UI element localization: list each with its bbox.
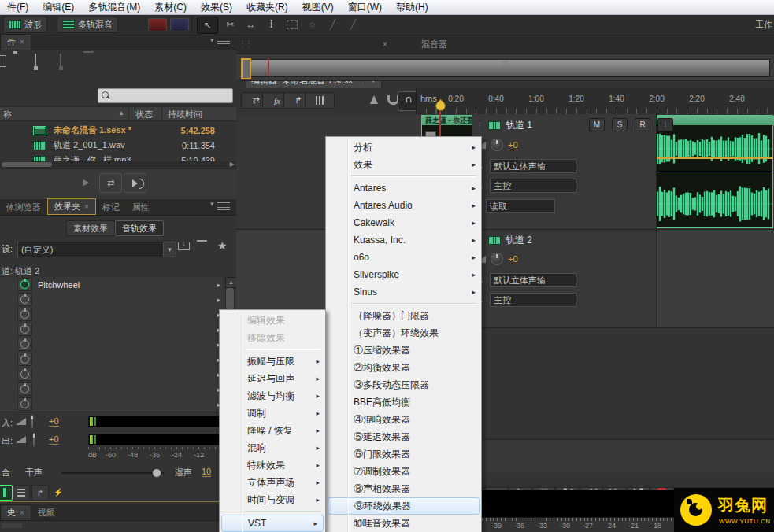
power-icon[interactable]: [20, 325, 29, 334]
metronome-icon[interactable]: [370, 95, 378, 104]
close-icon[interactable]: ×: [383, 40, 387, 49]
clip-effects-button[interactable]: 素材效果: [66, 220, 115, 236]
tab-history[interactable]: 史 ×: [0, 504, 31, 520]
power-icon[interactable]: [20, 310, 29, 319]
vst-menu-item[interactable]: ⑧声相效果器: [326, 480, 481, 497]
preset-dropdown[interactable]: (自定义) ▼: [17, 242, 176, 257]
menubar-item[interactable]: 收藏夹(R): [239, 0, 295, 14]
track-m-button[interactable]: M: [589, 118, 605, 131]
tab-video[interactable]: 视频: [31, 505, 61, 520]
paintbrush-tool[interactable]: ╱: [323, 17, 343, 32]
preview-play-button[interactable]: ▶: [76, 173, 97, 191]
tab-effects-rack[interactable]: 效果夹 ×: [47, 198, 96, 215]
context-menu-item[interactable]: 延迟与回声▸: [220, 370, 325, 387]
track-2-output-select[interactable]: 默认立体声输: [490, 273, 576, 287]
track-i-button[interactable]: I: [657, 118, 673, 131]
file-row[interactable]: 轨道 2_001_1.wav0:11.354: [0, 138, 236, 153]
vst-menu-item[interactable]: ⑦调制效果器: [326, 463, 481, 480]
preview-loop-button[interactable]: ⇄: [99, 173, 122, 193]
context-menu-item[interactable]: 调制▸: [220, 405, 325, 422]
panel-menu-icon[interactable]: [217, 202, 230, 210]
close-icon[interactable]: ×: [20, 38, 24, 46]
h-scrollbar[interactable]: ▶: [0, 161, 236, 168]
tab-files[interactable]: 件 ×: [0, 34, 31, 50]
power-icon[interactable]: [20, 280, 29, 289]
menubar-item[interactable]: 编辑(E): [35, 0, 81, 14]
vst-menu-item[interactable]: ⑨环绕效果器: [328, 497, 480, 515]
slot-arrow-icon[interactable]: ▸: [217, 281, 220, 289]
tab-media-browser[interactable]: 体浏览器: [0, 200, 47, 215]
output-fader-icon[interactable]: [16, 436, 26, 443]
workspace-label[interactable]: 工作: [755, 19, 772, 31]
close-icon[interactable]: ×: [84, 202, 89, 211]
context-menu-item[interactable]: VST▸: [221, 515, 324, 532]
mix-slider[interactable]: [61, 472, 164, 474]
context-menu-item[interactable]: 立体声声场▸: [220, 474, 325, 491]
input-fader-icon[interactable]: [16, 418, 26, 425]
power-icon[interactable]: [20, 355, 29, 364]
menubar-item[interactable]: 多轨混音(M): [81, 0, 147, 14]
power-box[interactable]: [17, 382, 32, 396]
rack-slot[interactable]: ▸: [0, 382, 225, 397]
preview-speaker-button[interactable]: [124, 173, 146, 193]
volume-knob[interactable]: [491, 253, 503, 265]
power-box[interactable]: [17, 368, 32, 381]
rack-list-toggle[interactable]: [13, 485, 30, 501]
vst-menu-item[interactable]: ③多段动态压限器: [326, 376, 481, 393]
power-icon[interactable]: [20, 370, 29, 379]
column-status[interactable]: 状态: [135, 109, 153, 120]
column-name[interactable]: 称: [3, 109, 12, 120]
mix-slider-thumb[interactable]: [152, 468, 161, 478]
menubar-item[interactable]: 窗口(W): [341, 0, 389, 14]
menubar-item[interactable]: 素材(C): [147, 0, 194, 14]
rack-slot[interactable]: ▸: [0, 307, 225, 323]
power-box[interactable]: [17, 397, 32, 411]
power-icon[interactable]: [20, 385, 29, 393]
vst-menu-item[interactable]: Sinus▸: [326, 283, 481, 301]
h-scrollbar-thumb[interactable]: [2, 162, 52, 167]
vst-menu-item[interactable]: Antares▸: [326, 179, 481, 197]
search-input[interactable]: [113, 90, 231, 102]
track-1-name[interactable]: 轨道 1: [506, 119, 532, 132]
marquee-selection-tool[interactable]: [282, 17, 302, 32]
vst-menu-item[interactable]: o6o▸: [326, 249, 481, 266]
power-box[interactable]: [17, 293, 32, 306]
menubar-item[interactable]: 视图(V): [295, 0, 341, 14]
file-row[interactable]: 未命名混音 1.sesx *5:42.258: [0, 123, 236, 138]
vst-menu-item[interactable]: ①压缩效果器: [326, 342, 481, 359]
vst-menu-item[interactable]: （降噪器）门限器: [326, 307, 481, 324]
vst-menu-item[interactable]: ⑥门限效果器: [326, 445, 481, 463]
new-file-icon[interactable]: [0, 55, 6, 67]
track-2-name[interactable]: 轨道 2: [506, 234, 532, 247]
rack-slot[interactable]: ▸: [0, 292, 225, 308]
power-box[interactable]: [17, 323, 32, 336]
import-file-icon[interactable]: [35, 54, 36, 68]
time-selection-tool[interactable]: I: [261, 17, 281, 32]
vst-menu-item[interactable]: ④混响效果器: [326, 411, 481, 428]
lasso-selection-tool[interactable]: ○: [302, 17, 322, 32]
track-2-gain[interactable]: +0: [508, 254, 518, 264]
metering-icon[interactable]: [305, 92, 335, 109]
track-1-gain[interactable]: +0: [508, 140, 518, 150]
vst-menu-item[interactable]: ⑩哇音效果器: [326, 515, 481, 532]
menubar-item[interactable]: 件(F): [0, 0, 35, 14]
batch-process-icon[interactable]: [60, 54, 61, 68]
output-gain-knob[interactable]: [33, 432, 35, 447]
power-icon[interactable]: [20, 400, 29, 408]
vst-menu-item[interactable]: （变声器）环绕效果: [326, 324, 481, 342]
search-box[interactable]: [98, 88, 233, 103]
timeline-ruler[interactable]: hms 0:200:401:001:201:402:002:202:40: [416, 88, 774, 114]
track-effects-button[interactable]: 音轨效果: [115, 220, 164, 236]
sort-asc-icon[interactable]: ▲: [118, 109, 124, 116]
mixer-tab[interactable]: 混音器: [421, 39, 447, 50]
pre-render-toggle[interactable]: ↱: [31, 485, 49, 501]
track-r-button[interactable]: R: [635, 118, 650, 131]
razor-tool[interactable]: ✂: [220, 17, 240, 32]
panel-menu-icon[interactable]: [217, 39, 230, 46]
slip-tool[interactable]: ↔: [241, 17, 261, 32]
context-menu-item[interactable]: 混响▸: [220, 439, 325, 456]
rack-slot[interactable]: ▸: [0, 367, 225, 382]
vst-menu-item[interactable]: Kuassa, Inc.▸: [326, 231, 481, 249]
mix-value[interactable]: 10: [202, 467, 211, 477]
vst-menu-item[interactable]: 效果▸: [326, 156, 481, 173]
